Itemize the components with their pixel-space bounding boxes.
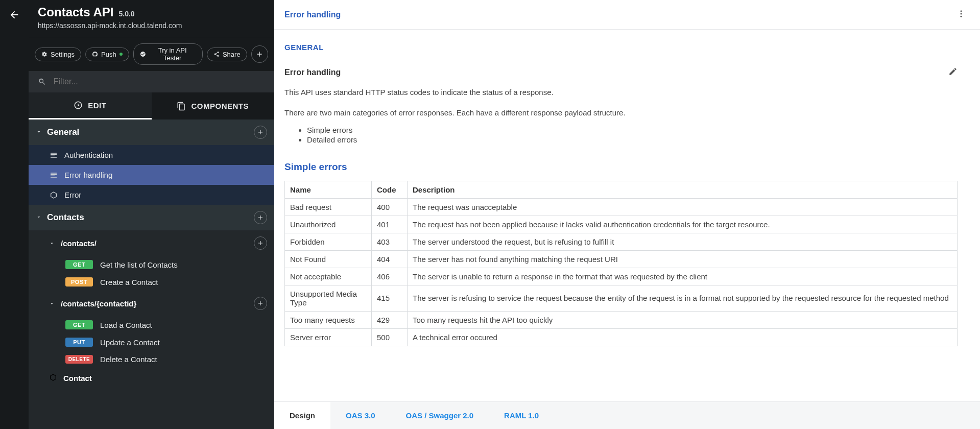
method-badge: PUT <box>65 338 93 347</box>
main-body[interactable]: GENERAL Error handling This API uses sta… <box>274 30 980 401</box>
add-button[interactable] <box>251 45 268 63</box>
paragraph-1: This API uses standard HTTP status codes… <box>284 87 958 98</box>
add-contacts-button[interactable] <box>254 211 267 224</box>
text-icon <box>49 151 58 159</box>
edit-button[interactable] <box>948 67 958 78</box>
cube-icon <box>49 191 58 199</box>
settings-label: Settings <box>51 51 75 58</box>
tab-design[interactable]: Design <box>274 402 330 429</box>
method-badge: DELETE <box>65 355 93 364</box>
caret-down-icon <box>49 239 55 248</box>
add-operation-button[interactable] <box>254 236 267 250</box>
tab-swagger2[interactable]: OAS / Swagger 2.0 <box>391 402 489 429</box>
table-row: Not acceptable406The server is unable to… <box>285 268 958 285</box>
path-row[interactable]: /contacts/ <box>29 230 274 256</box>
section-general[interactable]: General <box>29 120 274 145</box>
method-badge: POST <box>65 277 93 287</box>
add-operation-button[interactable] <box>254 297 267 310</box>
tab-edit[interactable]: EDIT <box>29 92 152 120</box>
operation-row[interactable]: GETLoad a Contact <box>29 316 274 333</box>
table-cell: Server error <box>285 328 372 346</box>
table-cell: The server is unable to return a respons… <box>408 268 958 285</box>
section-label: GENERAL <box>284 43 958 52</box>
table-row: Too many requests429Too many requests hi… <box>285 311 958 328</box>
subheading: Simple errors <box>284 161 958 173</box>
push-button[interactable]: Push <box>85 47 129 61</box>
table-cell: Unauthorized <box>285 216 372 233</box>
add-general-button[interactable] <box>254 126 267 139</box>
tree-item-label: Authentication <box>64 151 113 159</box>
filter-input[interactable] <box>54 77 265 86</box>
path-row[interactable]: /contacts/{contactid} <box>29 291 274 316</box>
tab-edit-label: EDIT <box>88 101 106 110</box>
table-cell: Bad request <box>285 198 372 216</box>
table-cell: The server is refusing to service the re… <box>408 285 958 311</box>
bullet-item: Simple errors <box>307 126 958 134</box>
breadcrumb: Error handling <box>284 10 341 19</box>
tree-item-error[interactable]: Error <box>29 185 274 205</box>
table-cell: The server understood the request, but i… <box>408 233 958 250</box>
method-badge: GET <box>65 260 93 269</box>
operation-label: Delete a Contact <box>100 355 157 364</box>
type-row[interactable]: Contact <box>29 368 274 389</box>
tree-item-authentication[interactable]: Authentication <box>29 145 274 165</box>
tab-components[interactable]: COMPONENTS <box>152 92 275 120</box>
tab-oas3[interactable]: OAS 3.0 <box>330 402 391 429</box>
api-version: 5.0.0 <box>118 10 134 18</box>
content-title: Error handling <box>284 68 341 77</box>
plus-icon <box>255 50 264 58</box>
push-status-dot <box>119 53 123 56</box>
section-contacts[interactable]: Contacts <box>29 205 274 230</box>
table-cell: A technical error occured <box>408 328 958 346</box>
table-cell: 401 <box>372 216 408 233</box>
table-row: Unsupported Media Type415The server is r… <box>285 285 958 311</box>
operation-row[interactable]: DELETEDelete a Contact <box>29 351 274 368</box>
more-menu-button[interactable] <box>952 5 970 24</box>
table-cell: 500 <box>372 328 408 346</box>
paragraph-2: There are two main categories of error r… <box>284 107 958 118</box>
type-label: Contact <box>63 374 92 383</box>
tree-item-error-handling[interactable]: Error handling <box>29 165 274 185</box>
operation-row[interactable]: GETGet the list of Contacts <box>29 256 274 273</box>
api-url: https://assossn.api-mock.int.cloud.talen… <box>38 21 265 30</box>
tab-raml[interactable]: RAML 1.0 <box>489 402 554 429</box>
push-label: Push <box>101 51 116 58</box>
operation-row[interactable]: PUTUpdate a Contact <box>29 333 274 351</box>
operation-label: Get the list of Contacts <box>100 260 178 269</box>
table-header: Code <box>372 181 408 198</box>
tree-item-label: Error handling <box>64 171 112 179</box>
svg-point-1 <box>961 10 962 12</box>
settings-button[interactable]: Settings <box>35 47 81 61</box>
section-general-label: General <box>47 127 79 137</box>
toolbar: Settings Push Try in API Tester Share <box>29 37 274 71</box>
share-button[interactable]: Share <box>207 47 247 61</box>
table-cell: The request was unacceptable <box>408 198 958 216</box>
caret-down-icon <box>36 127 42 137</box>
table-row: Not Found404The server has not found any… <box>285 250 958 268</box>
components-icon <box>177 102 186 111</box>
sidebar: Contacts API 5.0.0 https://assossn.api-m… <box>29 0 274 429</box>
gear-icon <box>41 51 47 57</box>
operation-row[interactable]: POSTCreate a Contact <box>29 273 274 291</box>
bullet-list: Simple errorsDetailed errors <box>307 126 958 144</box>
bottom-tabs: Design OAS 3.0 OAS / Swagger 2.0 RAML 1.… <box>274 401 980 429</box>
caret-down-icon <box>36 212 42 223</box>
table-row: Forbidden403The server understood the re… <box>285 233 958 250</box>
sidebar-tabs: EDIT COMPONENTS <box>29 92 274 120</box>
caret-down-icon <box>49 299 55 308</box>
back-button[interactable] <box>0 0 29 429</box>
errors-table: NameCodeDescription Bad request400The re… <box>284 181 958 346</box>
table-header: Description <box>408 181 958 198</box>
check-circle-icon <box>140 51 146 57</box>
tree: General AuthenticationError handlingErro… <box>29 120 274 429</box>
table-cell: Not Found <box>285 250 372 268</box>
table-cell: 400 <box>372 198 408 216</box>
table-cell: 406 <box>372 268 408 285</box>
text-icon <box>49 171 58 179</box>
share-label: Share <box>223 51 241 58</box>
tree-item-label: Error <box>64 190 81 199</box>
try-button[interactable]: Try in API Tester <box>133 43 203 65</box>
table-header: Name <box>285 181 372 198</box>
table-cell: Unsupported Media Type <box>285 285 372 311</box>
method-badge: GET <box>65 320 93 329</box>
